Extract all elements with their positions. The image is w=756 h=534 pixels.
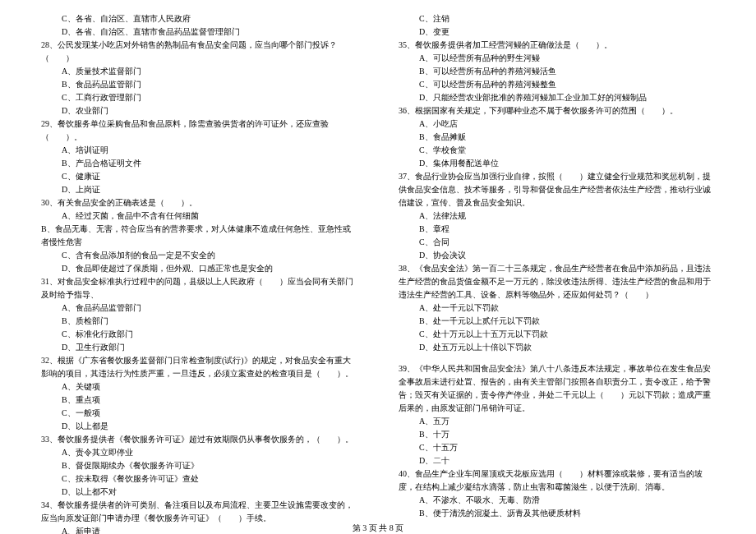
q34-opt-d: D、变更 [399, 25, 715, 39]
q36-opt-b: B、食品摊贩 [399, 131, 715, 144]
q28-opt-b: B、食品药品监管部门 [41, 78, 357, 91]
q32-opt-d: D、以上都是 [41, 420, 357, 433]
q36-opt-c: C、学校食堂 [399, 144, 715, 157]
q40-opt-b: B、便于清洗的混凝土、沥青及其他硬质材料 [399, 507, 715, 520]
q30-opt-b: B、食品无毒、无害，符合应当有的营养要求，对人体健康不造成任何急性、亚急性或者慢… [41, 223, 357, 249]
q36-opt-a: A、小吃店 [399, 117, 715, 131]
q33-text: 33、餐饮服务提供者《餐饮服务许可证》超过有效期限仍从事餐饮服务的，（ ）。 [41, 433, 357, 446]
q35-opt-d: D、只能经营农业部批准的养殖河鳗加工企业加工好的河鳗制品 [399, 91, 715, 104]
q29-opt-a: A、培训证明 [41, 144, 357, 157]
q38-text: 38、《食品安全法》第一百二十三条规定，食品生产经营者在食品中添加药品，且违法生… [399, 262, 715, 302]
q37-opt-d: D、协会决议 [399, 249, 715, 262]
q39-opt-c: C、十五万 [399, 441, 715, 454]
q31-text: 31、对食品安全标准执行过程中的问题，县级以上人民政府（ ）应当会同有关部门及时… [41, 275, 357, 302]
q37-opt-a: A、法律法规 [399, 209, 715, 223]
q33-opt-b: B、督促限期续办《餐饮服务许可证》 [41, 459, 357, 472]
q40-text: 40、食品生产企业车间屋顶或天花板应选用（ ）材料覆涂或装修，要有适当的坡度，在… [399, 467, 715, 494]
q33-opt-d: D、以上都不对 [41, 486, 357, 499]
spacer [399, 354, 715, 362]
q40-opt-a: A、不渗水、不吸水、无毒、防滑 [399, 494, 715, 507]
q28-opt-d: D、农业部门 [41, 104, 357, 117]
q36-opt-d: D、集体用餐配送单位 [399, 157, 715, 170]
q37-opt-b: B、章程 [399, 223, 715, 236]
q28-opt-c: C、工商行政管理部门 [41, 91, 357, 104]
q33-opt-c: C、按未取得《餐饮服务许可证》查处 [41, 472, 357, 486]
q29-opt-d: D、上岗证 [41, 183, 357, 196]
q32-opt-a: A、关键项 [41, 380, 357, 394]
q29-text: 29、餐饮服务单位采购食品和食品原料，除需查验供货者的许可证外，还应查验（ ）。 [41, 117, 357, 144]
q29-opt-b: B、产品合格证明文件 [41, 157, 357, 170]
q38-opt-b: B、处一千元以上贰仟元以下罚款 [399, 315, 715, 328]
q27-opt-c: C、各省、自治区、直辖市人民政府 [41, 12, 357, 25]
q35-opt-c: C、可以经营所有品种的养殖河鳗整鱼 [399, 78, 715, 91]
q37-text: 37、食品行业协会应当加强行业自律，按照（ ）建立健全行业规范和奖惩机制，提供食… [399, 170, 715, 209]
q39-opt-a: A、五万 [399, 415, 715, 428]
q38-opt-d: D、处五万元以上十倍以下罚款 [399, 341, 715, 354]
q31-opt-d: D、卫生行政部门 [41, 341, 357, 354]
q38-opt-a: A、处一千元以下罚款 [399, 302, 715, 315]
q35-text: 35、餐饮服务提供者加工经营河鳗的正确做法是（ ）。 [399, 39, 715, 52]
q34-opt-a: A、新申请 [41, 525, 357, 534]
q30-opt-c: C、含有食品添加剂的食品一定是不安全的 [41, 249, 357, 262]
q34-text: 34、餐饮服务提供者的许可类别、备注项目以及布局流程、主要卫生设施需要改变的，应… [41, 499, 357, 525]
q35-opt-b: B、可以经营所有品种的养殖河鳗活鱼 [399, 65, 715, 78]
q31-opt-c: C、标准化行政部门 [41, 328, 357, 341]
q30-text: 30、有关食品安全的正确表述是（ ）。 [41, 196, 357, 209]
right-column: C、注销 D、变更 35、餐饮服务提供者加工经营河鳗的正确做法是（ ）。 A、可… [399, 12, 715, 518]
q33-opt-a: A、责令其立即停业 [41, 446, 357, 459]
q31-opt-b: B、质检部门 [41, 315, 357, 328]
q28-opt-a: A、质量技术监督部门 [41, 65, 357, 78]
q29-opt-c: C、健康证 [41, 170, 357, 183]
q36-text: 36、根据国家有关规定，下列哪种业态不属于餐饮服务许可的范围（ ）。 [399, 104, 715, 117]
q27-opt-d: D、各省、自治区、直辖市食品药品监督管理部门 [41, 25, 357, 39]
q32-opt-c: C、一般项 [41, 407, 357, 420]
q37-opt-c: C、合同 [399, 236, 715, 249]
q34-opt-c: C、注销 [399, 12, 715, 25]
q31-opt-a: A、食品药品监管部门 [41, 302, 357, 315]
q39-text: 39、《中华人民共和国食品安全法》第八十八条违反本法规定，事故单位在发生食品安全… [399, 362, 715, 415]
q32-opt-b: B、重点项 [41, 394, 357, 407]
page-columns: C、各省、自治区、直辖市人民政府 D、各省、自治区、直辖市食品药品监督管理部门 … [41, 12, 715, 518]
q30-opt-d: D、食品即使超过了保质期，但外观、口感正常也是安全的 [41, 262, 357, 275]
q30-opt-a: A、经过灭菌，食品中不含有任何细菌 [41, 209, 357, 223]
q39-opt-d: D、二十 [399, 454, 715, 467]
q38-opt-c: C、处十万元以上十五万元以下罚款 [399, 328, 715, 341]
left-column: C、各省、自治区、直辖市人民政府 D、各省、自治区、直辖市食品药品监督管理部门 … [41, 12, 357, 518]
q28-text: 28、公民发现某小吃店对外销售的熟制品有食品安全问题，应当向哪个部门投诉？（ ） [41, 39, 357, 65]
q35-opt-a: A、可以经营所有品种的野生河鳗 [399, 52, 715, 65]
q32-text: 32、根据《广东省餐饮服务监督部门日常检查制度(试行)》的规定，对食品安全有重大… [41, 354, 357, 380]
q39-opt-b: B、十万 [399, 428, 715, 441]
